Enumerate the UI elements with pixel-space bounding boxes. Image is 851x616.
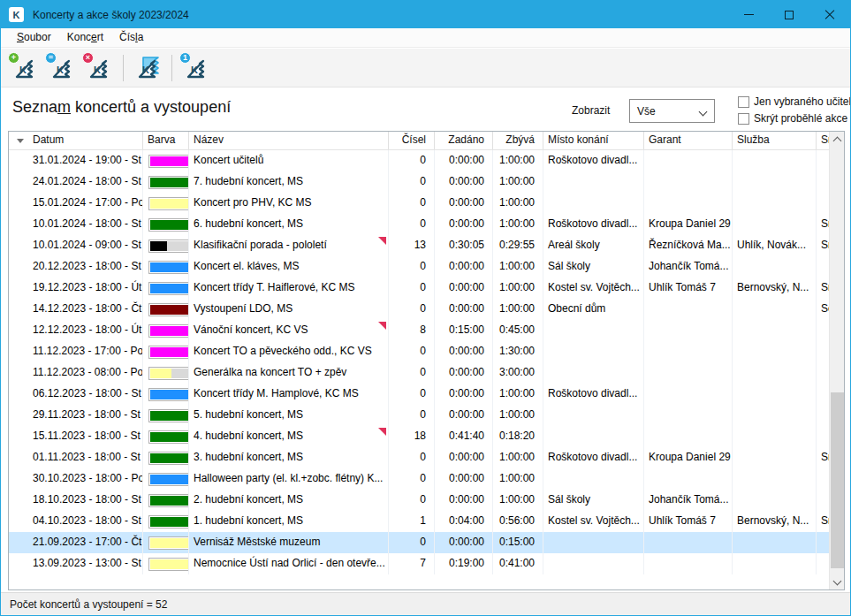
toolbar-button-copy-concert[interactable]: K xyxy=(131,53,163,83)
cell-sr: Sr xyxy=(817,511,829,532)
cell-cisel: 0 xyxy=(389,362,435,384)
cell-misto xyxy=(543,341,644,362)
cell-zbyva: 1:00:00 xyxy=(493,193,543,214)
cell-nazev: Vystoupení LDO, MS xyxy=(189,299,389,320)
column-header-sluzba[interactable]: Služba xyxy=(733,132,817,149)
cell-zbyva: 1:00:00 xyxy=(493,171,543,193)
column-header-cisel[interactable]: Čísel xyxy=(389,132,435,149)
cell-nazev: Koncert pro PHV, KC MS xyxy=(189,193,389,214)
cell-datum: 10.01.2024 - 18:00 - St xyxy=(9,214,143,235)
cell-sluzba xyxy=(733,341,817,362)
cell-misto: Sál školy xyxy=(543,490,644,511)
cell-cisel: 0 xyxy=(389,256,435,278)
cell-zadano: 0:04:00 xyxy=(435,511,493,532)
cell-zadano: 0:00:00 xyxy=(435,193,493,214)
cell-zadano: 0:30:05 xyxy=(435,235,493,256)
scrollbar-thumb[interactable] xyxy=(831,392,844,568)
toolbar-button-delete-concert[interactable]: K× xyxy=(82,53,114,83)
only-selected-teacher-checkbox[interactable]: Jen vybraného učitele xyxy=(738,94,851,110)
hide-past-events-checkbox[interactable]: Skrýt proběhlé akce xyxy=(738,110,851,126)
cell-datum: 19.12.2023 - 18:00 - Út xyxy=(9,278,143,299)
table-row[interactable]: 30.10.2023 - 18:00 - PoHalloween party (… xyxy=(9,468,829,490)
sort-desc-icon xyxy=(17,139,24,143)
cell-nazev: Vernisáž Městské muzeum xyxy=(189,532,389,553)
cell-barva xyxy=(143,150,189,171)
column-header-zadano[interactable]: Zadáno xyxy=(435,132,493,149)
toolbar-button-numbers[interactable]: K1 xyxy=(179,53,211,83)
table-row[interactable]: 11.12.2023 - 17:00 - PoKoncert TO a pěve… xyxy=(9,341,829,362)
close-button[interactable] xyxy=(809,1,850,28)
cell-sr xyxy=(817,426,829,447)
cell-nazev: 3. hudební koncert, MS xyxy=(189,447,389,468)
cell-cisel: 0 xyxy=(389,490,435,511)
cell-datum: 06.12.2023 - 18:00 - St xyxy=(9,384,143,405)
table-row[interactable]: 01.11.2023 - 18:00 - St3. hudební koncer… xyxy=(9,447,829,468)
cell-datum: 24.01.2024 - 18:00 - St xyxy=(9,171,143,193)
vertical-scrollbar[interactable] xyxy=(829,132,844,589)
cell-datum: 21.09.2023 - 17:00 - Čt xyxy=(9,532,143,553)
cell-cisel: 0 xyxy=(389,405,435,426)
menu-item-cisla[interactable]: Čísla xyxy=(111,29,151,46)
cell-sr xyxy=(817,150,829,171)
column-header-misto[interactable]: Místo konání xyxy=(543,132,644,149)
show-filter-select[interactable]: Vše xyxy=(629,99,715,123)
color-swatch xyxy=(148,176,189,189)
table-row[interactable]: 13.09.2023 - 13:00 - StNemocnice Ústí na… xyxy=(9,553,829,574)
table-row[interactable]: 06.12.2023 - 18:00 - StKoncert třídy M. … xyxy=(9,384,829,405)
cell-barva xyxy=(143,193,189,214)
scroll-down-button[interactable] xyxy=(830,574,845,589)
table-row[interactable]: 15.11.2023 - 18:00 - St4. hudební koncer… xyxy=(9,426,829,447)
cell-sluzba xyxy=(733,320,817,341)
column-header-datum[interactable]: Datum xyxy=(9,132,143,149)
cell-sluzba: Bernovský, N... xyxy=(733,278,817,299)
scroll-up-button[interactable] xyxy=(830,132,845,147)
table-row[interactable]: 14.12.2023 - 18:00 - ČtVystoupení LDO, M… xyxy=(9,299,829,320)
cell-barva xyxy=(143,426,189,447)
page-title: Seznam koncertů a vystoupení xyxy=(12,98,231,117)
cell-barva xyxy=(143,278,189,299)
cell-garant xyxy=(644,532,733,553)
chevron-down-icon xyxy=(699,108,708,117)
minimize-button[interactable] xyxy=(728,1,769,28)
table-row[interactable]: 12.12.2023 - 18:00 - ÚtVánoční koncert, … xyxy=(9,320,829,341)
checkbox-box xyxy=(738,113,749,125)
cell-sr xyxy=(817,362,829,384)
cell-sr xyxy=(817,468,829,490)
table-row[interactable]: 24.01.2024 - 18:00 - St7. hudební koncer… xyxy=(9,171,829,193)
cell-nazev: 2. hudební koncert, MS xyxy=(189,490,389,511)
table-row[interactable]: 15.01.2024 - 17:00 - PoKoncert pro PHV, … xyxy=(9,193,829,214)
table-row[interactable]: 29.11.2023 - 18:00 - St5. hudební koncer… xyxy=(9,405,829,426)
table-row[interactable]: 21.09.2023 - 17:00 - ČtVernisáž Městské … xyxy=(9,532,829,553)
table-row[interactable]: 11.12.2023 - 08:00 - PoGenerálka na konc… xyxy=(9,362,829,384)
cell-garant xyxy=(644,553,733,574)
table-row[interactable]: 31.01.2024 - 19:00 - StKoncert učitelů00… xyxy=(9,150,829,171)
table-row[interactable]: 20.12.2023 - 18:00 - StKoncert el. kláve… xyxy=(9,256,829,278)
table-row[interactable]: 18.10.2023 - 18:00 - St2. hudební koncer… xyxy=(9,490,829,511)
color-swatch xyxy=(148,388,189,401)
column-header-garant[interactable]: Garant xyxy=(644,132,733,149)
cell-misto: Roškotovo divadl... xyxy=(543,384,644,405)
cell-cisel: 0 xyxy=(389,299,435,320)
cell-nazev: 5. hudební koncert, MS xyxy=(189,405,389,426)
table-row[interactable]: 19.12.2023 - 18:00 - ÚtKoncert třídy T. … xyxy=(9,278,829,299)
cell-zbyva: 1:00:00 xyxy=(493,256,543,278)
maximize-button[interactable] xyxy=(769,1,809,28)
table-row[interactable]: 10.01.2024 - 09:00 - StKlasifikační pora… xyxy=(9,235,829,256)
column-header-sr[interactable]: Sr xyxy=(817,132,829,149)
table-row[interactable]: 04.10.2023 - 18:00 - St1. hudební koncer… xyxy=(9,511,829,532)
cell-barva xyxy=(143,553,189,574)
cell-garant xyxy=(644,384,733,405)
column-header-zbyva[interactable]: Zbývá xyxy=(493,132,543,149)
toolbar-button-add-concert[interactable]: K+ xyxy=(8,53,40,83)
table-body: 31.01.2024 - 19:00 - StKoncert učitelů00… xyxy=(9,150,829,589)
column-header-barva[interactable]: Barva xyxy=(143,132,189,149)
color-swatch xyxy=(148,261,189,274)
cell-zadano: 0:00:00 xyxy=(435,405,493,426)
column-header-nazev[interactable]: Název xyxy=(189,132,389,149)
cell-cisel: 0 xyxy=(389,278,435,299)
menu-item-koncert[interactable]: Koncert xyxy=(59,29,111,46)
cell-barva xyxy=(143,511,189,532)
table-row[interactable]: 10.01.2024 - 18:00 - St6. hudební koncer… xyxy=(9,214,829,235)
menu-item-soubor[interactable]: Soubor xyxy=(9,29,59,46)
toolbar-button-edit-concert[interactable]: K= xyxy=(45,53,77,83)
